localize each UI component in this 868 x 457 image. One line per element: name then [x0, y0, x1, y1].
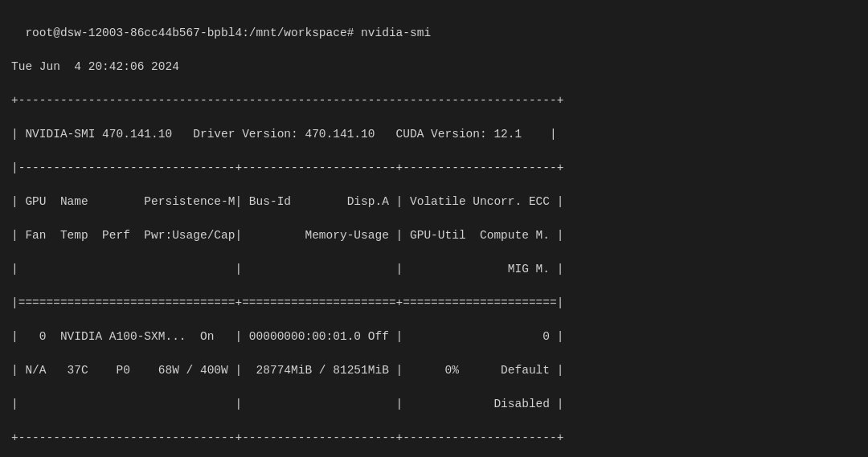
header1: | GPU Name Persistence-M| Bus-Id Disp.A … — [11, 195, 563, 208]
header-border: |===============================+=======… — [11, 296, 563, 309]
prompt-line: root@dsw-12003-86cc44b567-bpbl4:/mnt/wor… — [25, 27, 431, 39]
smi-info-line: | NVIDIA-SMI 470.141.10 Driver Version: … — [11, 128, 557, 141]
top-border: +---------------------------------------… — [11, 94, 563, 107]
header3: | | | MIG M. | — [11, 263, 563, 275]
date-line: Tue Jun 4 20:42:06 2024 — [11, 60, 179, 73]
mid-border: |-------------------------------+-------… — [11, 161, 563, 174]
gpu-bottom-border: +-------------------------------+-------… — [11, 431, 563, 444]
header2: | Fan Temp Perf Pwr:Usage/Cap| Memory-Us… — [11, 229, 563, 242]
terminal-window: root@dsw-12003-86cc44b567-bpbl4:/mnt/wor… — [0, 0, 868, 457]
gpu-line2: | N/A 37C P0 68W / 400W | 28774MiB / 812… — [11, 364, 563, 377]
gpu-line1: | 0 NVIDIA A100-SXM... On | 00000000:00:… — [11, 330, 563, 343]
gpu-line3: | | | Disabled | — [11, 398, 563, 410]
